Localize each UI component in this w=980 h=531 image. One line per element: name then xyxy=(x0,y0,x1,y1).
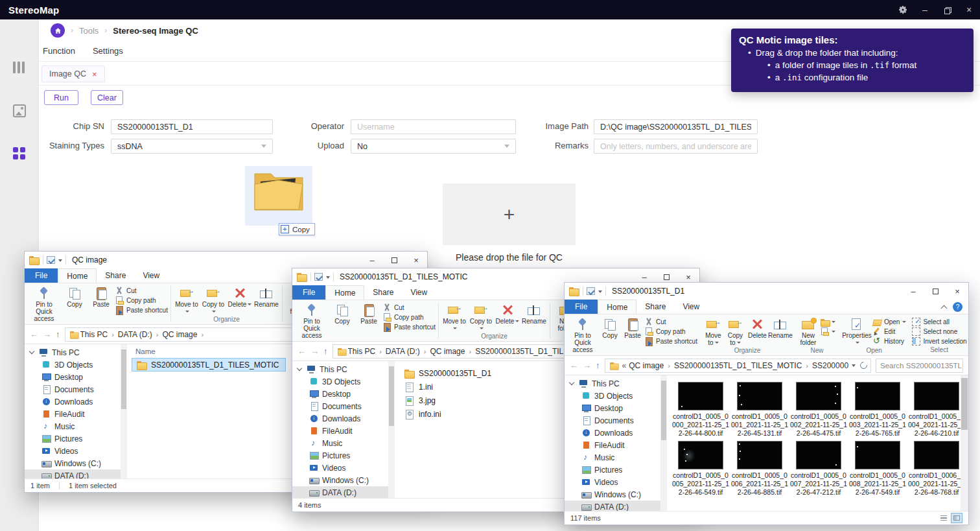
easy-access-button[interactable] xyxy=(820,327,837,336)
paste-button[interactable]: Paste xyxy=(88,285,114,308)
copy-path-button[interactable]: Copy path xyxy=(115,296,168,305)
forward-icon[interactable]: → xyxy=(583,360,591,370)
details-view-toggle[interactable] xyxy=(938,513,950,523)
app-titlebar[interactable]: StereoMap – × xyxy=(0,0,980,19)
nav-item[interactable]: Windows (C:) xyxy=(565,488,660,501)
tab-home[interactable]: Home xyxy=(325,285,364,300)
tab-share[interactable]: Share xyxy=(364,285,402,300)
nav-item[interactable]: 3D Objects xyxy=(565,390,660,402)
path-segment[interactable]: SS200000135TL_D1_TILES_MOTIC xyxy=(674,361,812,370)
tile-item[interactable]: controlD1_0005_0 003_2021-11-25_1 2-26-4… xyxy=(849,382,906,437)
menu-function[interactable]: Function xyxy=(43,46,75,56)
nav-item[interactable]: FileAudit xyxy=(565,439,660,451)
nav-item[interactable]: Documents xyxy=(565,414,660,427)
tracks-icon[interactable] xyxy=(13,62,26,75)
chip-sn-input[interactable] xyxy=(111,119,273,134)
tab-file[interactable]: File xyxy=(292,285,325,300)
path-segment[interactable]: QC image xyxy=(162,330,207,339)
move-to-button[interactable]: Move to xyxy=(703,316,724,346)
image-path-input[interactable] xyxy=(594,119,758,134)
collapse-ribbon-icon[interactable] xyxy=(941,305,948,311)
help-icon[interactable]: ? xyxy=(953,302,962,312)
paste-button[interactable]: Paste xyxy=(356,301,382,325)
copy-button[interactable]: Copy xyxy=(62,285,88,308)
open-button[interactable]: Open xyxy=(872,317,906,326)
select-none-button[interactable]: Select none xyxy=(911,327,966,336)
back-icon[interactable]: ← xyxy=(570,360,578,370)
chevron-down-icon[interactable] xyxy=(852,364,856,369)
chevron-down-icon[interactable] xyxy=(58,259,62,264)
tab-view[interactable]: View xyxy=(402,285,436,300)
nav-item[interactable]: FileAudit xyxy=(292,425,388,437)
path-segment[interactable]: This PC xyxy=(80,330,118,339)
maximize-button[interactable] xyxy=(383,252,405,268)
cut-button[interactable]: Cut xyxy=(115,286,168,295)
restore-button[interactable] xyxy=(936,0,958,19)
clear-button[interactable]: Clear xyxy=(91,90,123,105)
properties-button[interactable]: Properties xyxy=(842,316,872,346)
new-item-button[interactable] xyxy=(820,317,837,326)
path-segment[interactable]: This PC xyxy=(348,347,386,356)
path-segment[interactable]: DATA (D:) xyxy=(386,347,430,356)
cut-button[interactable]: Cut xyxy=(382,303,436,312)
nav-scrollbar[interactable] xyxy=(121,344,127,478)
edit-button[interactable]: Edit xyxy=(872,327,906,336)
nav-item[interactable]: Pictures xyxy=(565,464,660,476)
file-dropzone[interactable]: + xyxy=(443,183,576,245)
close-button[interactable]: × xyxy=(958,0,980,19)
invert-selection-button[interactable]: Invert selection xyxy=(911,336,966,346)
paste-shortcut-button[interactable]: Paste shortcut xyxy=(115,305,168,314)
file-item[interactable]: SS200000135TL_D1 xyxy=(399,366,498,380)
forward-icon[interactable]: → xyxy=(310,346,319,356)
menu-settings[interactable]: Settings xyxy=(93,46,123,56)
copy-to-button[interactable]: Copy to xyxy=(725,316,746,346)
thumbnail-view-toggle[interactable] xyxy=(951,513,962,523)
rename-button[interactable]: Rename xyxy=(253,285,279,308)
nav-item[interactable]: Desktop xyxy=(25,371,121,383)
nav-scrollbar[interactable] xyxy=(388,361,395,498)
new-folder-button[interactable]: New folder xyxy=(797,316,819,346)
pin-to-quick-access-button[interactable]: Pin to Quick access xyxy=(567,316,598,354)
copy-button[interactable]: Copy xyxy=(599,316,621,339)
nav-item[interactable]: Pictures xyxy=(25,432,121,445)
nav-scrollbar[interactable] xyxy=(660,375,667,511)
file-item[interactable]: 3.jpg xyxy=(399,394,443,407)
nav-item[interactable]: Desktop xyxy=(565,402,660,414)
nav-item[interactable]: This PC xyxy=(25,346,121,359)
paste-button[interactable]: Paste xyxy=(622,316,644,339)
tab-close-icon[interactable]: × xyxy=(92,69,97,79)
move-to-button[interactable]: Move to xyxy=(441,301,467,332)
nav-item[interactable]: Videos xyxy=(565,476,660,488)
tile-item[interactable]: controlD1_0005_0 002_2021-11-25_1 2-26-4… xyxy=(790,382,847,437)
refresh-icon[interactable] xyxy=(859,360,869,370)
cut-button[interactable]: Cut xyxy=(644,317,697,326)
copy-path-button[interactable]: Copy path xyxy=(382,313,436,322)
tab-share[interactable]: Share xyxy=(97,268,134,283)
tile-item[interactable]: controlD1_0005_0 001_2021-11-25_1 2-26-4… xyxy=(731,382,788,437)
nav-item[interactable]: Windows (C:) xyxy=(292,474,388,486)
run-button[interactable]: Run xyxy=(44,90,78,105)
maximize-button[interactable] xyxy=(924,283,946,300)
chevron-down-icon[interactable] xyxy=(598,290,602,295)
copy-button[interactable]: Copy xyxy=(329,301,355,325)
select-all-button[interactable]: Select all xyxy=(911,317,966,326)
paste-shortcut-button[interactable]: Paste shortcut xyxy=(382,322,436,331)
breadcrumb-tools[interactable]: Tools xyxy=(79,26,99,36)
nav-item[interactable]: This PC xyxy=(565,377,660,390)
tile-item[interactable]: controlD1_0005_0 007_2021-11-25_1 2-26-4… xyxy=(790,441,847,496)
nav-item[interactable]: Videos xyxy=(25,445,121,457)
drag-ghost-folder[interactable] xyxy=(245,166,312,226)
staining-types-select[interactable]: ssDNA xyxy=(111,139,273,154)
explorer-titlebar[interactable]: QC image – × xyxy=(25,252,427,268)
quick-access-toolbar-icon[interactable] xyxy=(47,256,55,264)
delete-button[interactable]: Delete xyxy=(495,301,520,325)
tab-view[interactable]: View xyxy=(134,268,168,283)
tile-item[interactable]: controlD1_0005_0 008_2021-11-25_1 2-26-4… xyxy=(849,441,906,496)
copy-path-button[interactable]: Copy path xyxy=(644,327,697,336)
quick-access-toolbar-icon[interactable] xyxy=(587,287,595,295)
close-button[interactable]: × xyxy=(405,252,427,268)
search-input[interactable]: Search SS200000135TL xyxy=(876,359,963,373)
up-icon[interactable]: ↑ xyxy=(56,329,60,339)
nav-item[interactable]: Music xyxy=(565,451,660,464)
nav-item[interactable]: 3D Objects xyxy=(292,375,388,388)
